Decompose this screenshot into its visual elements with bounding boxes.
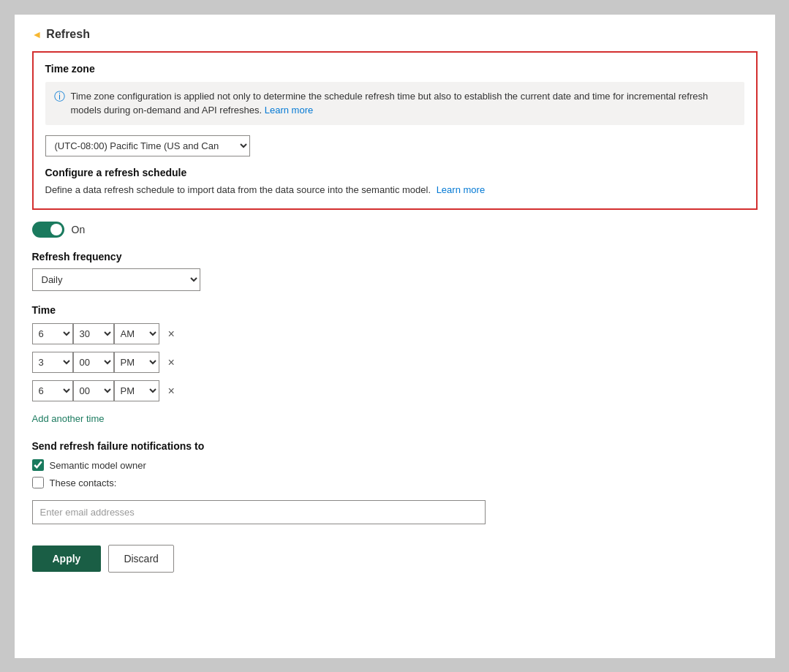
remove-time-2-button[interactable]: ×	[165, 355, 178, 370]
remove-time-3-button[interactable]: ×	[165, 384, 178, 399]
ampm-select-1[interactable]: AM PM	[114, 323, 159, 344]
toggle-knob	[50, 224, 62, 235]
hour-select-1[interactable]: 6	[32, 323, 73, 344]
checkbox-row-owner: Semantic model owner	[32, 459, 758, 471]
configure-description-text: Define a data refresh schedule to import…	[45, 184, 431, 195]
timezone-title: Time zone	[45, 63, 744, 75]
info-box: ⓘ Time zone configuration is applied not…	[45, 82, 744, 125]
configure-learn-more-link[interactable]: Learn more	[437, 184, 485, 195]
toggle-label: On	[72, 224, 86, 235]
remove-time-1-button[interactable]: ×	[165, 327, 178, 341]
page-title-text: Refresh	[46, 28, 90, 41]
frequency-select[interactable]: Daily Weekly	[32, 268, 200, 291]
toggle-switch[interactable]	[32, 222, 64, 238]
time-row-2: 3 00 AM PM ×	[32, 352, 758, 373]
timezone-learn-more-link[interactable]: Learn more	[265, 105, 313, 116]
toggle-row: On	[32, 222, 758, 238]
ampm-select-2[interactable]: AM PM	[114, 352, 159, 373]
refresh-frequency-label: Refresh frequency	[32, 251, 758, 263]
owner-checkbox[interactable]	[32, 459, 44, 471]
ampm-select-3[interactable]: AM PM	[114, 380, 159, 401]
configure-desc: Define a data refresh schedule to import…	[45, 183, 744, 197]
owner-checkbox-label: Semantic model owner	[50, 460, 146, 471]
info-text: Time zone configuration is applied not o…	[71, 89, 736, 118]
hour-select-3[interactable]: 6	[32, 380, 73, 401]
hour-select-2[interactable]: 3	[32, 352, 73, 373]
page-title: ◄ Refresh	[32, 28, 758, 41]
notifications-title: Send refresh failure notifications to	[32, 440, 758, 452]
checkbox-row-contacts: These contacts:	[32, 477, 758, 488]
minute-select-1[interactable]: 30	[73, 323, 114, 344]
time-label: Time	[32, 304, 758, 316]
info-text-content: Time zone configuration is applied not o…	[71, 91, 709, 116]
info-icon: ⓘ	[54, 90, 65, 104]
configure-title: Configure a refresh schedule	[45, 167, 744, 178]
time-row-3: 6 00 AM PM ×	[32, 380, 758, 401]
contacts-checkbox[interactable]	[32, 477, 44, 488]
main-panel: ◄ Refresh Time zone ⓘ Time zone configur…	[15, 15, 775, 658]
discard-button[interactable]: Discard	[108, 545, 173, 573]
timezone-select[interactable]: (UTC-08:00) Pacific Time (US and Can	[45, 135, 250, 156]
timezone-config-section: Time zone ⓘ Time zone configuration is a…	[32, 51, 758, 211]
minute-select-3[interactable]: 00	[73, 380, 114, 401]
button-row: Apply Discard	[32, 545, 758, 573]
contacts-checkbox-label: These contacts:	[50, 477, 117, 488]
apply-button[interactable]: Apply	[32, 545, 102, 572]
add-another-time-link[interactable]: Add another time	[32, 413, 105, 424]
triangle-icon: ◄	[32, 29, 42, 40]
minute-select-2[interactable]: 00	[73, 352, 114, 373]
time-row-1: 6 30 AM PM ×	[32, 323, 758, 344]
email-input[interactable]	[32, 500, 486, 524]
